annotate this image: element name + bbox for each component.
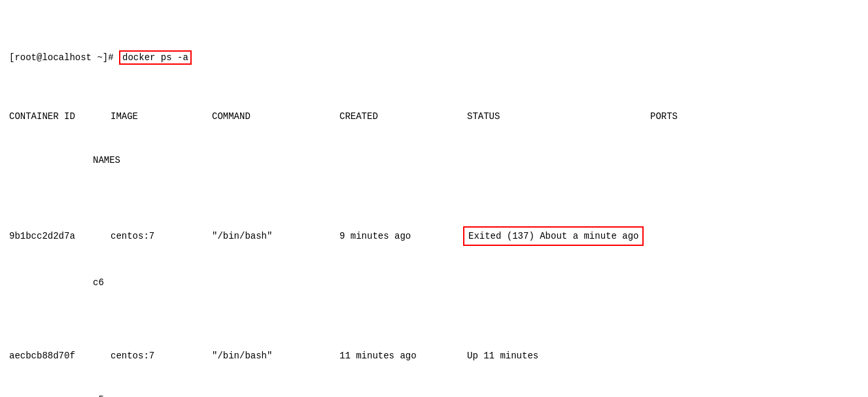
header-command: COMMAND [212,109,339,124]
row-2-name: c5 [9,392,859,397]
header-container-id: CONTAINER ID [9,109,111,124]
header-created: CREATED [339,109,467,124]
header-status: STATUS [467,109,650,124]
table-row: 9b1bcc2d2d7acentos:7"/bin/bash"9 minutes… [9,226,859,246]
command-line-1: [root@localhost ~]# docker ps -a [9,50,859,65]
header-ports: PORTS [650,109,678,124]
header-image: IMAGE [111,109,212,124]
header-names-row: NAMES [9,153,859,167]
exited-status-box: Exited (137) About a minute ago [463,226,644,246]
prompt-1: [root@localhost ~]# [9,52,114,63]
table-header: CONTAINER IDIMAGECOMMANDCREATEDSTATUSPOR… [9,109,859,124]
row-1-name: c6 [9,275,859,290]
table-row: aecbcb88d70fcentos:7"/bin/bash"11 minute… [9,349,859,363]
docker-ps-command: docker ps -a [119,50,192,65]
terminal-output: [root@localhost ~]# docker ps -a CONTAIN… [9,7,859,397]
